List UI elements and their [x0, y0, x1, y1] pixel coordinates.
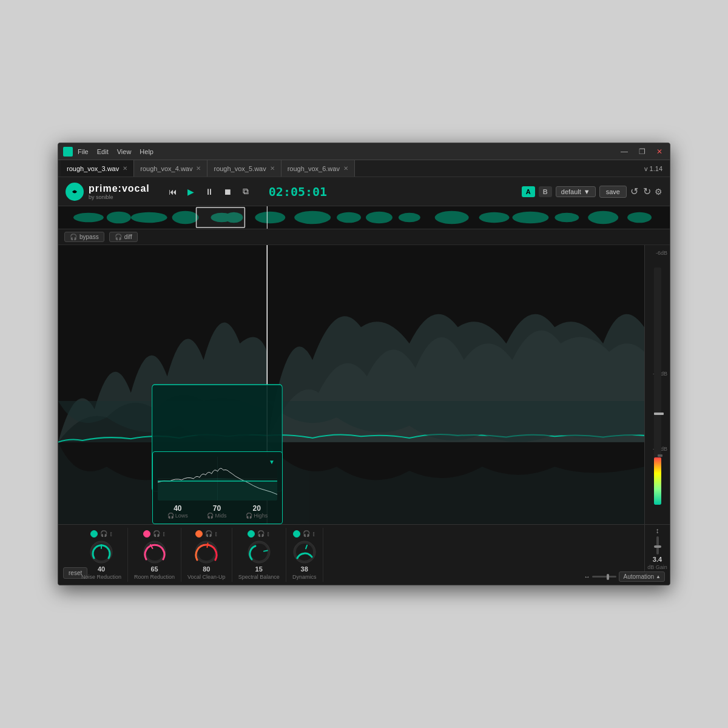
vocal-cleanup-power-button[interactable]	[195, 530, 203, 538]
dynamics-controls-top: 🎧 ⫿	[293, 530, 315, 538]
tab-rough-vox-5[interactable]: rough_vox_5.wav ✕	[207, 160, 281, 177]
menu-file[interactable]: File	[78, 148, 89, 155]
automation-slider[interactable]	[592, 576, 616, 578]
gain-slider-handle[interactable]	[654, 545, 661, 548]
stop-button[interactable]: ⏹	[221, 187, 234, 197]
menu-edit[interactable]: Edit	[97, 148, 109, 155]
close-button[interactable]: ✕	[654, 147, 665, 156]
tab-close-4[interactable]: ✕	[343, 166, 348, 172]
minimize-button[interactable]: —	[618, 147, 630, 156]
dynamics-value: 38	[301, 565, 308, 573]
nr-highs-label: 🎧 Highs	[246, 513, 268, 519]
save-button[interactable]: save	[599, 186, 627, 198]
automation-slider-handle[interactable]	[607, 574, 609, 580]
time-display: 02:05:01	[269, 184, 327, 199]
svg-point-41	[296, 544, 313, 561]
dynamics-knob[interactable]	[292, 540, 317, 564]
noise-reduction-headphone-icon[interactable]: 🎧	[100, 530, 107, 537]
play-button[interactable]: ▶	[185, 187, 197, 197]
dynamics-module: 🎧 ⫿ 38 Dynamics	[286, 528, 323, 582]
meter-handle[interactable]	[654, 413, 664, 415]
svg-point-17	[588, 211, 618, 224]
waveform-area[interactable]: ▼ 40 🎧 Lows 70 🎧 Mids 20 🎧 Highs	[58, 245, 644, 524]
svg-line-36	[207, 543, 208, 547]
room-reduction-power-button[interactable]	[143, 530, 150, 538]
nr-panel-dropdown-icon[interactable]: ▼	[269, 459, 275, 465]
transport-controls: ⏮ ▶ ⏸ ⏹ ⧉	[167, 186, 252, 197]
ab-button-a[interactable]: A	[522, 186, 535, 197]
redo-button[interactable]: ↻	[643, 186, 651, 197]
gain-label: dB Gain	[647, 564, 667, 570]
gain-slider[interactable]	[656, 536, 659, 554]
spectral-balance-eq-icon[interactable]: ⫿	[267, 530, 270, 537]
svg-point-9	[294, 211, 331, 224]
spectral-balance-controls-top: 🎧 ⫿	[248, 530, 270, 538]
meter-handle-2[interactable]	[658, 454, 662, 457]
tab-rough-vox-6[interactable]: rough_vox_6.wav ✕	[281, 160, 355, 177]
maximize-button[interactable]: ❐	[636, 147, 648, 156]
noise-reduction-module: 🎧 ⫿ 40 Noise Reduction	[63, 528, 128, 582]
svg-point-13	[435, 211, 469, 224]
waveform-overview[interactable]: 0:08.000 0:10.000 0:12.000 0:14.000	[58, 206, 670, 229]
tab-close-2[interactable]: ✕	[196, 166, 201, 172]
noise-reduction-knob-container: 40	[89, 540, 113, 573]
dynamics-power-button[interactable]	[293, 530, 300, 538]
spectral-balance-headphone-icon[interactable]: 🎧	[257, 530, 265, 537]
noise-reduction-power-button[interactable]	[90, 530, 98, 538]
dropdown-arrow-icon: ▼	[584, 188, 590, 195]
svg-point-2	[73, 213, 104, 223]
title-bar: File Edit View Help — ❐ ✕	[58, 143, 670, 160]
room-reduction-headphone-icon[interactable]: 🎧	[153, 530, 160, 537]
svg-rect-20	[197, 207, 245, 228]
vocal-cleanup-headphone-icon[interactable]: 🎧	[205, 530, 212, 537]
dynamics-eq-icon[interactable]: ⫿	[312, 530, 315, 537]
diff-button[interactable]: 🎧 diff	[109, 232, 138, 242]
dynamics-knob-container: 38	[292, 540, 317, 573]
vocal-cleanup-controls-top: 🎧 ⫿	[195, 530, 218, 538]
noise-reduction-knob[interactable]	[89, 540, 113, 564]
tab-rough-vox-3[interactable]: rough_vox_3.wav ✕	[61, 160, 134, 177]
dynamics-label: Dynamics	[292, 574, 317, 580]
vocal-cleanup-eq-icon[interactable]: ⫿	[215, 530, 218, 537]
pause-button[interactable]: ⏸	[203, 187, 215, 197]
room-reduction-knob[interactable]	[143, 540, 167, 564]
svg-point-11	[366, 212, 393, 223]
bypass-button[interactable]: 🎧 bypass	[64, 232, 104, 242]
settings-icon[interactable]: ⚙	[655, 187, 662, 197]
menu-help[interactable]: Help	[140, 148, 153, 155]
menu-bar: File Edit View Help	[78, 148, 618, 155]
vocal-cleanup-knob-container: 80	[194, 540, 218, 573]
svg-point-3	[107, 212, 131, 223]
room-reduction-controls-top: 🎧 ⫿	[143, 530, 166, 538]
undo-button[interactable]: ↺	[630, 186, 638, 197]
svg-point-15	[513, 212, 549, 223]
menu-view[interactable]: View	[117, 148, 132, 155]
spectral-balance-power-button[interactable]	[248, 530, 255, 538]
tab-bar: rough_vox_3.wav ✕ rough_vox_4.wav ✕ roug…	[58, 160, 670, 177]
vocal-cleanup-knob[interactable]	[194, 540, 218, 564]
bypass-label: bypass	[79, 234, 99, 240]
brand-by: by sonible	[89, 194, 150, 200]
automation-button[interactable]: Automation ▲	[619, 571, 665, 582]
ab-button-b[interactable]: B	[539, 186, 552, 197]
nr-lows-control: 40 🎧 Lows	[167, 504, 188, 519]
main-content: ▼ 40 🎧 Lows 70 🎧 Mids 20 🎧 Highs	[58, 245, 670, 524]
dynamics-headphone-icon[interactable]: 🎧	[303, 530, 310, 537]
tab-close-1[interactable]: ✕	[123, 166, 127, 172]
ab-controls: A B default ▼ save ↺ ↻ ⚙	[522, 186, 662, 198]
automation-expand-icon[interactable]: ↔	[584, 573, 590, 580]
overview-waveform-svg	[58, 206, 670, 229]
skip-back-button[interactable]: ⏮	[167, 187, 179, 197]
room-reduction-eq-icon[interactable]: ⫿	[163, 530, 166, 537]
loop-button[interactable]: ⧉	[240, 186, 252, 197]
tab-close-3[interactable]: ✕	[270, 166, 275, 172]
nr-spectrum-display: ▼	[158, 457, 277, 500]
preset-dropdown[interactable]: default ▼	[556, 186, 596, 197]
noise-reduction-eq-icon[interactable]: ⫿	[110, 530, 113, 537]
vocal-cleanup-module: 🎧 ⫿ 80	[181, 528, 232, 582]
gain-up-button[interactable]: ↕	[656, 527, 659, 535]
tab-rough-vox-4[interactable]: rough_vox_4.wav ✕	[134, 160, 207, 177]
monitor-bar: 🎧 bypass 🎧 diff	[58, 229, 670, 245]
noise-reduction-panel: ▼ 40 🎧 Lows 70 🎧 Mids 20 🎧 Highs	[152, 451, 283, 524]
spectral-balance-knob[interactable]	[247, 540, 271, 564]
